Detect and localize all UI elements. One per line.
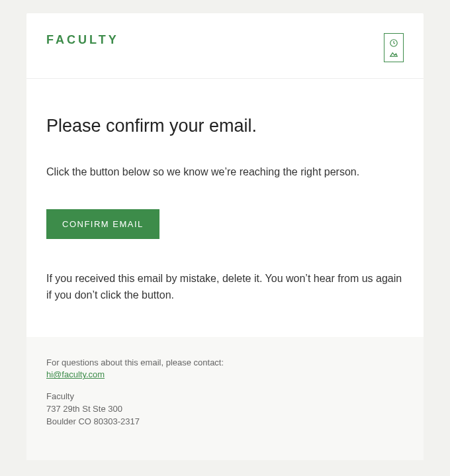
email-header: FACULTY: [26, 13, 424, 79]
company-name: Faculty: [46, 391, 404, 403]
footer-contact-block: For questions about this email, please c…: [46, 357, 404, 382]
contact-email-link[interactable]: hi@faculty.com: [46, 369, 105, 379]
address-line-2: Boulder CO 80303-2317: [46, 416, 404, 428]
footer-address-block: Faculty 737 29th St Ste 300 Boulder CO 8…: [46, 391, 404, 428]
email-footer: For questions about this email, please c…: [26, 337, 424, 460]
contact-prompt: For questions about this email, please c…: [46, 357, 404, 369]
address-line-1: 737 29th St Ste 300: [46, 403, 404, 416]
mistake-note: If you received this email by mistake, d…: [46, 271, 404, 304]
email-card: FACULTY Please confirm your email. Click…: [26, 13, 424, 460]
lead-text: Click the button below so we know we’re …: [46, 164, 404, 180]
email-body: Please confirm your email. Click the but…: [26, 79, 424, 337]
faculty-logo: FACULTY: [46, 33, 119, 47]
broken-image-icon: [384, 33, 404, 62]
confirm-email-button[interactable]: CONFIRM EMAIL: [46, 209, 159, 239]
page-title: Please confirm your email.: [46, 116, 404, 136]
